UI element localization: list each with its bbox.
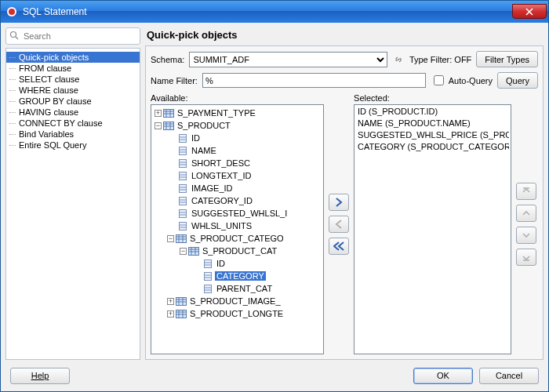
nav-item[interactable]: Entire SQL Query bbox=[6, 140, 140, 151]
collapse-icon[interactable]: − bbox=[155, 122, 162, 129]
svg-rect-35 bbox=[180, 222, 187, 230]
nav-item[interactable]: FROM clause bbox=[6, 63, 140, 74]
tree-label: S_PRODUCT bbox=[176, 121, 232, 130]
svg-point-1 bbox=[9, 9, 15, 15]
selected-item[interactable]: SUGGESTED_WHLSL_PRICE (S_PROD bbox=[356, 130, 509, 142]
svg-rect-32 bbox=[180, 209, 187, 217]
tree-label: ID bbox=[215, 259, 227, 268]
svg-rect-48 bbox=[205, 260, 212, 267]
name-filter-label: Name Filter: bbox=[151, 76, 198, 85]
search-input[interactable] bbox=[22, 31, 136, 42]
tree-row[interactable]: PARENT_CAT bbox=[153, 282, 322, 295]
close-button[interactable] bbox=[512, 4, 547, 19]
move-up-button[interactable] bbox=[516, 205, 536, 222]
selected-item[interactable]: ID (S_PRODUCT.ID) bbox=[356, 107, 509, 118]
available-tree[interactable]: +S_PAYMENT_TYPE−S_PRODUCTIDNAMESHORT_DES… bbox=[151, 105, 323, 354]
svg-rect-23 bbox=[180, 172, 187, 180]
expand-icon[interactable]: + bbox=[155, 110, 162, 117]
nav-list[interactable]: Quick-pick objectsFROM clauseSELECT clau… bbox=[5, 48, 140, 360]
move-bottom-button[interactable] bbox=[516, 249, 536, 266]
tree-label: SUGGESTED_WHLSL_I bbox=[190, 209, 289, 218]
nav-item[interactable]: Bind Variables bbox=[6, 129, 140, 140]
table-icon bbox=[176, 296, 187, 306]
tree-row[interactable]: −S_PRODUCT bbox=[153, 119, 322, 132]
tree-row[interactable]: +S_PAYMENT_TYPE bbox=[153, 107, 322, 119]
tree-label: SHORT_DESC bbox=[190, 158, 252, 168]
tree-row[interactable]: +S_PRODUCT_LONGTE bbox=[153, 307, 322, 320]
column-icon bbox=[177, 221, 188, 230]
remove-all-button[interactable] bbox=[329, 238, 349, 255]
auto-query-label: Auto-Query bbox=[449, 76, 493, 85]
available-label: Available: bbox=[151, 93, 324, 104]
auto-query-checkbox[interactable]: Auto-Query bbox=[431, 73, 493, 88]
tree-row[interactable]: CATEGORY bbox=[153, 270, 322, 282]
svg-rect-20 bbox=[180, 159, 187, 167]
cancel-button[interactable]: Cancel bbox=[479, 368, 539, 384]
type-filter-text: Type Filter: OFF bbox=[409, 55, 471, 64]
schema-select[interactable]: SUMMIT_ADF bbox=[189, 52, 387, 67]
section-title: Quick-pick objects bbox=[145, 27, 544, 45]
tree-row[interactable]: CATEGORY_ID bbox=[153, 194, 322, 207]
filter-types-button[interactable]: Filter Types bbox=[476, 51, 538, 67]
move-down-button[interactable] bbox=[516, 227, 536, 244]
column-icon bbox=[202, 271, 213, 281]
svg-line-3 bbox=[16, 37, 18, 39]
tree-label: S_PRODUCT_CATEGO bbox=[188, 234, 285, 243]
expand-icon[interactable]: + bbox=[167, 298, 174, 305]
column-icon bbox=[202, 259, 213, 268]
svg-point-2 bbox=[11, 32, 16, 38]
dialog-window: SQL Statement Quick-pick objectsFROM cla… bbox=[0, 0, 549, 392]
svg-rect-14 bbox=[180, 134, 187, 142]
table-icon bbox=[163, 108, 174, 118]
expand-icon[interactable]: + bbox=[167, 310, 174, 318]
auto-query-input[interactable] bbox=[434, 75, 444, 85]
nav-item[interactable]: SELECT clause bbox=[6, 74, 140, 85]
move-top-button[interactable] bbox=[516, 183, 536, 200]
tree-row[interactable]: LONGTEXT_ID bbox=[153, 169, 322, 182]
tree-label: S_PRODUCT_CAT bbox=[201, 246, 278, 256]
svg-rect-51 bbox=[205, 272, 212, 280]
tree-label: S_PRODUCT_LONGTE bbox=[188, 309, 285, 318]
tree-label: NAME bbox=[190, 146, 218, 155]
ok-button[interactable]: OK bbox=[413, 368, 473, 384]
lists-area: Available: +S_PAYMENT_TYPE−S_PRODUCTIDNA… bbox=[151, 93, 538, 354]
collapse-icon[interactable]: − bbox=[180, 248, 187, 255]
help-button[interactable]: Help bbox=[10, 368, 70, 384]
tree-row[interactable]: WHLSL_UNITS bbox=[153, 220, 322, 232]
add-button[interactable] bbox=[329, 194, 349, 211]
selected-item[interactable]: NAME (S_PRODUCT.NAME) bbox=[356, 118, 509, 130]
schema-label: Schema: bbox=[151, 55, 184, 64]
query-button[interactable]: Query bbox=[497, 72, 538, 89]
selected-item[interactable]: CATEGORY (S_PRODUCT_CATEGORI bbox=[356, 142, 509, 154]
app-icon bbox=[5, 5, 18, 18]
tree-row[interactable]: −S_PRODUCT_CAT bbox=[153, 245, 322, 257]
column-icon bbox=[177, 146, 188, 155]
tree-row[interactable]: SUGGESTED_WHLSL_I bbox=[153, 207, 322, 220]
shuttle-buttons bbox=[327, 93, 351, 354]
tree-row[interactable]: ID bbox=[153, 257, 322, 270]
nav-item[interactable]: Quick-pick objects bbox=[6, 52, 140, 63]
nav-item[interactable]: WHERE clause bbox=[6, 85, 140, 96]
link-icon[interactable] bbox=[392, 53, 405, 66]
titlebar[interactable]: SQL Statement bbox=[1, 1, 548, 23]
column-icon bbox=[177, 183, 188, 193]
remove-button[interactable] bbox=[329, 216, 349, 233]
name-filter-input[interactable] bbox=[202, 73, 426, 88]
svg-rect-29 bbox=[180, 197, 187, 205]
nav-item[interactable]: HAVING clause bbox=[6, 107, 140, 118]
selected-column: Selected: ID (S_PRODUCT.ID)NAME (S_PRODU… bbox=[354, 93, 511, 354]
tree-row[interactable]: ID bbox=[153, 132, 322, 144]
search-field-wrap bbox=[5, 27, 140, 45]
tree-row[interactable]: NAME bbox=[153, 144, 322, 157]
nav-item[interactable]: CONNECT BY clause bbox=[6, 118, 140, 129]
nav-item[interactable]: GROUP BY clause bbox=[6, 96, 140, 107]
panel: Schema: SUMMIT_ADF Type Filter: OFF Filt… bbox=[145, 45, 544, 360]
tree-row[interactable]: SHORT_DESC bbox=[153, 157, 322, 169]
tree-row[interactable]: −S_PRODUCT_CATEGO bbox=[153, 232, 322, 245]
selected-list[interactable]: ID (S_PRODUCT.ID)NAME (S_PRODUCT.NAME)SU… bbox=[354, 105, 511, 354]
reorder-buttons bbox=[514, 93, 538, 354]
table-icon bbox=[176, 309, 187, 318]
collapse-icon[interactable]: − bbox=[167, 235, 174, 242]
tree-row[interactable]: IMAGE_ID bbox=[153, 182, 322, 194]
tree-row[interactable]: +S_PRODUCT_IMAGE_ bbox=[153, 295, 322, 307]
